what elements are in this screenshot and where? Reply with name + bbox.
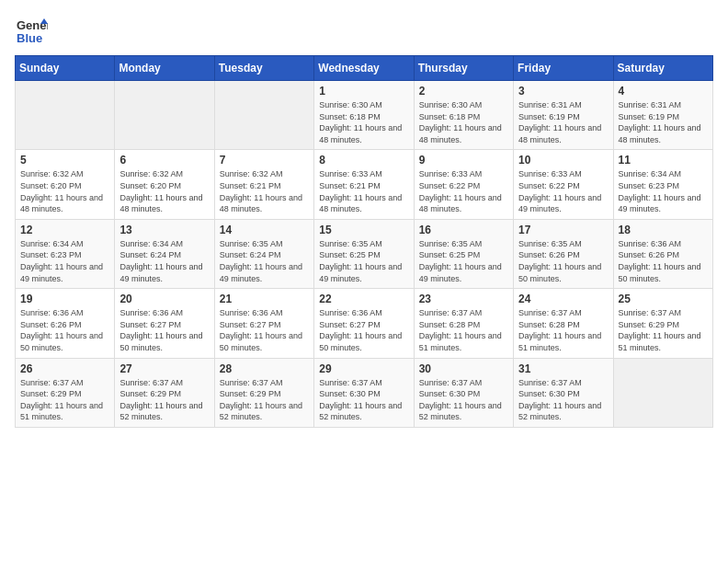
day-number: 21 [220,293,309,305]
day-info: Sunrise: 6:34 AM Sunset: 6:24 PM Dayligh… [119,238,209,284]
calendar-week-4: 19Sunrise: 6:36 AM Sunset: 6:26 PM Dayli… [16,289,713,358]
calendar-week-3: 12Sunrise: 6:34 AM Sunset: 6:23 PM Dayli… [16,219,713,288]
day-info: Sunrise: 6:31 AM Sunset: 6:19 PM Dayligh… [518,99,608,145]
logo-icon: General Blue [15,15,48,48]
weekday-header-friday: Friday [514,56,613,81]
day-info: Sunrise: 6:33 AM Sunset: 6:22 PM Dayligh… [419,168,508,214]
calendar-cell: 5Sunrise: 6:32 AM Sunset: 6:20 PM Daylig… [16,150,115,219]
calendar-cell: 6Sunrise: 6:32 AM Sunset: 6:20 PM Daylig… [115,150,214,219]
weekday-header-saturday: Saturday [613,56,712,81]
day-number: 24 [518,293,608,305]
calendar-cell: 13Sunrise: 6:34 AM Sunset: 6:24 PM Dayli… [115,219,214,288]
day-info: Sunrise: 6:37 AM Sunset: 6:28 PM Dayligh… [419,307,508,353]
calendar-cell: 16Sunrise: 6:35 AM Sunset: 6:25 PM Dayli… [414,219,513,288]
day-number: 8 [319,154,408,167]
day-info: Sunrise: 6:35 AM Sunset: 6:25 PM Dayligh… [319,238,408,284]
calendar-week-5: 26Sunrise: 6:37 AM Sunset: 6:29 PM Dayli… [16,358,713,427]
day-number: 10 [518,154,608,167]
svg-text:Blue: Blue [17,31,42,45]
day-number: 5 [20,154,109,167]
day-number: 28 [220,362,309,375]
weekday-header-thursday: Thursday [414,56,513,81]
weekday-header-sunday: Sunday [16,56,115,81]
day-number: 12 [20,224,109,236]
day-number: 3 [518,85,608,98]
day-info: Sunrise: 6:31 AM Sunset: 6:19 PM Dayligh… [619,99,708,145]
day-info: Sunrise: 6:33 AM Sunset: 6:21 PM Dayligh… [319,168,408,214]
day-info: Sunrise: 6:37 AM Sunset: 6:30 PM Dayligh… [518,377,608,423]
day-number: 15 [319,224,408,236]
weekday-header-tuesday: Tuesday [214,56,313,81]
calendar-week-1: 1Sunrise: 6:30 AM Sunset: 6:18 PM Daylig… [16,81,713,150]
calendar-header-row: SundayMondayTuesdayWednesdayThursdayFrid… [16,56,713,81]
day-number: 6 [119,154,209,167]
calendar-cell [613,358,712,427]
day-info: Sunrise: 6:36 AM Sunset: 6:27 PM Dayligh… [220,307,309,353]
calendar-cell: 22Sunrise: 6:36 AM Sunset: 6:27 PM Dayli… [314,289,414,358]
day-number: 4 [619,85,708,98]
day-number: 1 [319,85,408,98]
calendar-cell: 20Sunrise: 6:36 AM Sunset: 6:27 PM Dayli… [115,289,214,358]
calendar-cell: 12Sunrise: 6:34 AM Sunset: 6:23 PM Dayli… [16,219,115,288]
day-number: 19 [20,293,109,305]
calendar-cell: 15Sunrise: 6:35 AM Sunset: 6:25 PM Dayli… [314,219,414,288]
calendar-cell: 10Sunrise: 6:33 AM Sunset: 6:22 PM Dayli… [514,150,613,219]
logo: General Blue [15,15,48,48]
day-number: 20 [119,293,209,305]
calendar-cell: 17Sunrise: 6:35 AM Sunset: 6:26 PM Dayli… [514,219,613,288]
calendar-cell: 3Sunrise: 6:31 AM Sunset: 6:19 PM Daylig… [514,81,613,150]
calendar-cell: 31Sunrise: 6:37 AM Sunset: 6:30 PM Dayli… [514,358,613,427]
day-info: Sunrise: 6:37 AM Sunset: 6:30 PM Dayligh… [319,377,408,423]
day-number: 14 [220,224,309,236]
day-number: 29 [319,362,408,375]
calendar-cell [16,81,115,150]
day-number: 18 [619,224,708,236]
day-number: 9 [419,154,508,167]
calendar-table: SundayMondayTuesdayWednesdayThursdayFrid… [15,55,713,428]
day-info: Sunrise: 6:34 AM Sunset: 6:23 PM Dayligh… [619,168,708,214]
day-number: 11 [619,154,708,167]
day-info: Sunrise: 6:36 AM Sunset: 6:27 PM Dayligh… [119,307,209,353]
calendar-cell: 29Sunrise: 6:37 AM Sunset: 6:30 PM Dayli… [314,358,414,427]
calendar-cell: 23Sunrise: 6:37 AM Sunset: 6:28 PM Dayli… [414,289,513,358]
day-info: Sunrise: 6:34 AM Sunset: 6:23 PM Dayligh… [20,238,109,284]
day-number: 25 [619,293,708,305]
day-info: Sunrise: 6:35 AM Sunset: 6:24 PM Dayligh… [220,238,309,284]
calendar-cell: 19Sunrise: 6:36 AM Sunset: 6:26 PM Dayli… [16,289,115,358]
calendar-cell: 9Sunrise: 6:33 AM Sunset: 6:22 PM Daylig… [414,150,513,219]
weekday-header-wednesday: Wednesday [314,56,414,81]
calendar-cell: 4Sunrise: 6:31 AM Sunset: 6:19 PM Daylig… [613,81,712,150]
calendar-week-2: 5Sunrise: 6:32 AM Sunset: 6:20 PM Daylig… [16,150,713,219]
calendar-cell: 11Sunrise: 6:34 AM Sunset: 6:23 PM Dayli… [613,150,712,219]
day-info: Sunrise: 6:33 AM Sunset: 6:22 PM Dayligh… [518,168,608,214]
day-info: Sunrise: 6:36 AM Sunset: 6:26 PM Dayligh… [20,307,109,353]
weekday-header-monday: Monday [115,56,214,81]
calendar-cell: 21Sunrise: 6:36 AM Sunset: 6:27 PM Dayli… [214,289,313,358]
day-number: 26 [20,362,109,375]
calendar-cell: 2Sunrise: 6:30 AM Sunset: 6:18 PM Daylig… [414,81,513,150]
day-info: Sunrise: 6:37 AM Sunset: 6:30 PM Dayligh… [419,377,508,423]
day-info: Sunrise: 6:37 AM Sunset: 6:29 PM Dayligh… [119,377,209,423]
day-number: 7 [220,154,309,167]
day-info: Sunrise: 6:32 AM Sunset: 6:20 PM Dayligh… [20,168,109,214]
day-number: 16 [419,224,508,236]
day-number: 13 [119,224,209,236]
day-number: 22 [319,293,408,305]
day-info: Sunrise: 6:30 AM Sunset: 6:18 PM Dayligh… [319,99,408,145]
calendar-cell: 8Sunrise: 6:33 AM Sunset: 6:21 PM Daylig… [314,150,414,219]
day-number: 23 [419,293,508,305]
calendar-cell: 18Sunrise: 6:36 AM Sunset: 6:26 PM Dayli… [613,219,712,288]
day-number: 31 [518,362,608,375]
calendar-cell: 27Sunrise: 6:37 AM Sunset: 6:29 PM Dayli… [115,358,214,427]
calendar-cell [214,81,313,150]
day-info: Sunrise: 6:37 AM Sunset: 6:29 PM Dayligh… [220,377,309,423]
calendar-cell [115,81,214,150]
day-info: Sunrise: 6:37 AM Sunset: 6:28 PM Dayligh… [518,307,608,353]
calendar-cell: 14Sunrise: 6:35 AM Sunset: 6:24 PM Dayli… [214,219,313,288]
day-info: Sunrise: 6:35 AM Sunset: 6:26 PM Dayligh… [518,238,608,284]
day-number: 30 [419,362,508,375]
day-number: 27 [119,362,209,375]
day-info: Sunrise: 6:30 AM Sunset: 6:18 PM Dayligh… [419,99,508,145]
calendar-cell: 1Sunrise: 6:30 AM Sunset: 6:18 PM Daylig… [314,81,414,150]
calendar-cell: 26Sunrise: 6:37 AM Sunset: 6:29 PM Dayli… [16,358,115,427]
